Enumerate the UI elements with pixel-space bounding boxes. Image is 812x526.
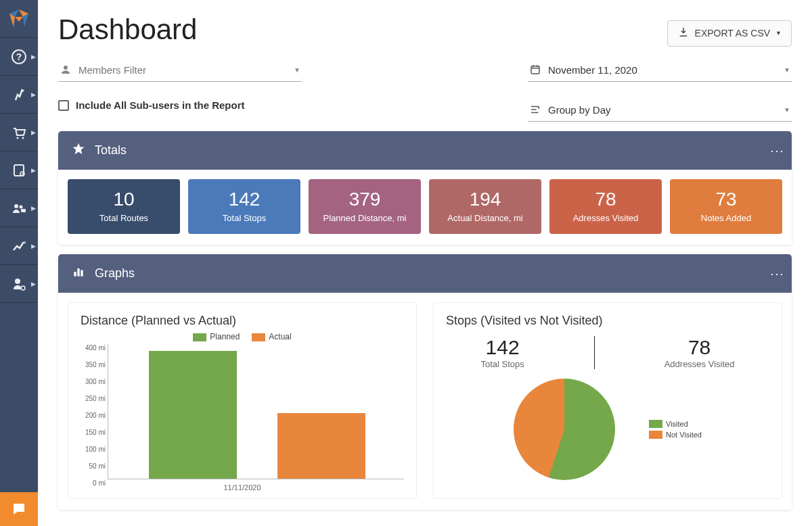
totals-tiles: 10Total Routes 142Total Stops 379Planned… [68, 179, 782, 234]
tile-planned-distance[interactable]: 379Planned Distance, mi [309, 179, 421, 234]
panel-menu-button[interactable]: ⋮ [774, 145, 781, 157]
tile-total-routes[interactable]: 10Total Routes [68, 179, 180, 234]
logo-icon[interactable] [0, 0, 38, 38]
nav-user-settings[interactable]: ▶ [0, 265, 38, 303]
nav-routes[interactable]: ▶ [0, 76, 38, 114]
totals-panel-header: Totals ⋮ [58, 131, 792, 170]
chevron-down-icon: ▼ [775, 30, 782, 37]
chevron-right-icon: ▶ [31, 281, 36, 287]
include-subusers-checkbox[interactable]: Include All Sub-users in the Report [58, 99, 302, 111]
date-select[interactable]: November 11, 2020 ▼ [528, 59, 792, 82]
chevron-down-icon: ▼ [784, 106, 790, 114]
totals-panel: Totals ⋮ 10Total Routes 142Total Stops 3… [58, 131, 792, 245]
tile-addresses-visited[interactable]: 78Adresses Visited [549, 179, 662, 234]
svg-point-13 [14, 204, 18, 208]
export-csv-button[interactable]: EXPORT AS CSV ▼ [667, 20, 792, 47]
svg-point-14 [20, 205, 23, 208]
tile-actual-distance[interactable]: 194Actual Distance, mi [429, 179, 541, 234]
graphs-panel-header: Graphs ⋮ [58, 254, 792, 293]
chevron-right-icon: ▶ [31, 243, 36, 249]
download-icon [677, 26, 690, 41]
svg-point-19 [64, 66, 68, 70]
stops-pie-chart [514, 379, 615, 480]
tile-total-stops[interactable]: 142Total Stops [188, 179, 300, 234]
svg-point-17 [15, 279, 20, 284]
svg-rect-23 [77, 268, 79, 277]
bar-chart-icon [72, 265, 85, 282]
nav-help[interactable]: ? ▶ [0, 38, 38, 76]
sidebar: ? ▶ ▶ ▶ ▶ ▶ ▶ ▶ [0, 0, 38, 526]
svg-point-12 [22, 173, 23, 174]
nav-team[interactable]: ▶ [0, 189, 38, 227]
chevron-right-icon: ▶ [31, 91, 36, 98]
svg-point-9 [22, 137, 24, 139]
main-content: Dashboard EXPORT AS CSV ▼ Members Filter… [38, 0, 812, 526]
chevron-right-icon: ▶ [31, 167, 36, 174]
chevron-right-icon: ▶ [31, 53, 36, 60]
svg-point-8 [17, 137, 19, 139]
nav-orders[interactable]: ▶ [0, 114, 38, 151]
tile-notes-added[interactable]: 73Notes Added [670, 179, 782, 234]
chevron-right-icon: ▶ [31, 205, 36, 212]
svg-rect-15 [21, 209, 26, 212]
graphs-panel: Graphs ⋮ Distance (Planned vs Actual) Pl… [58, 254, 792, 510]
chat-button[interactable] [0, 492, 38, 526]
group-by-select[interactable]: Group by Day ▼ [528, 99, 792, 122]
chevron-down-icon: ▼ [784, 66, 790, 74]
calendar-icon [529, 64, 541, 76]
svg-rect-20 [531, 66, 539, 74]
pie-chart-legend: Visited Not Visited [649, 417, 702, 441]
members-filter-select[interactable]: Members Filter ▼ [58, 59, 302, 82]
stops-chart-card: Stops (Visited vs Not Visited) 142 Total… [433, 302, 782, 499]
addresses-visited-stat: 78 Addresses Visited [664, 336, 735, 369]
total-stops-stat: 142 Total Stops [480, 336, 524, 369]
chevron-right-icon: ▶ [31, 129, 36, 136]
group-icon [529, 103, 541, 116]
nav-analytics[interactable]: ▶ [0, 227, 38, 265]
panel-menu-button[interactable]: ⋮ [774, 268, 781, 280]
distance-bar-chart: 0 mi50 mi100 mi150 mi200 mi250 mi300 mi3… [108, 344, 404, 479]
svg-rect-24 [81, 270, 83, 277]
chevron-down-icon: ▼ [294, 66, 300, 74]
checkbox-icon [58, 100, 69, 111]
nav-addressbook[interactable]: ▶ [0, 151, 38, 189]
svg-rect-22 [74, 272, 76, 277]
distance-chart-card: Distance (Planned vs Actual) Planned Act… [68, 302, 417, 499]
svg-point-18 [21, 286, 25, 290]
svg-marker-21 [73, 143, 85, 155]
star-icon [72, 142, 85, 159]
page-title: Dashboard [58, 14, 197, 46]
person-icon [60, 64, 72, 76]
svg-text:?: ? [16, 51, 22, 62]
bar-chart-legend: Planned Actual [81, 332, 404, 341]
svg-marker-4 [15, 17, 23, 22]
divider [594, 336, 595, 369]
